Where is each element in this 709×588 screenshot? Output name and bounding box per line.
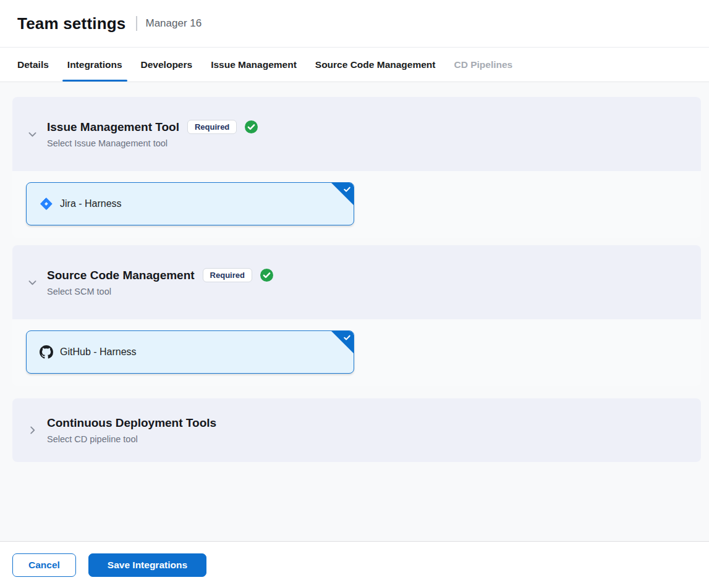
tool-card-jira-harness[interactable]: Jira - Harness (26, 182, 354, 225)
section-scm-body: GitHub - Harness (12, 319, 701, 386)
tool-card-github-harness[interactable]: GitHub - Harness (26, 330, 354, 374)
chevron-down-icon (27, 129, 38, 140)
section-title: Source Code Management (47, 269, 195, 282)
integrations-panel: Issue Management Tool Required Select Is… (0, 82, 709, 541)
section-cd-header[interactable]: Continuous Deployment Tools Select CD pi… (12, 398, 701, 462)
selected-check-icon (342, 185, 352, 194)
page-subtitle: Manager 16 (146, 17, 202, 30)
section-issue-management-header[interactable]: Issue Management Tool Required Select Is… (12, 97, 701, 171)
github-icon (40, 345, 53, 359)
tab-issue-management[interactable]: Issue Management (202, 48, 306, 82)
required-badge: Required (187, 120, 237, 134)
section-subtitle: Select Issue Management tool (47, 138, 258, 148)
chevron-right-icon (27, 425, 38, 435)
selected-corner (331, 330, 354, 354)
section-issue-management-body: Jira - Harness (12, 171, 701, 238)
check-circle-icon (260, 269, 273, 282)
check-circle-icon (245, 120, 258, 133)
tool-name: Jira - Harness (60, 198, 122, 209)
tab-details[interactable]: Details (8, 48, 58, 82)
cancel-button[interactable]: Cancel (12, 553, 76, 577)
page-header: Team settings Manager 16 (0, 0, 709, 48)
section-subtitle: Select SCM tool (47, 287, 273, 296)
tab-developers[interactable]: Developers (132, 48, 202, 82)
section-continuous-deployment-tools: Continuous Deployment Tools Select CD pi… (12, 398, 701, 462)
selected-corner (331, 182, 354, 206)
footer-actions: Cancel Save Integrations (0, 541, 709, 588)
title-separator (136, 16, 137, 31)
section-title: Continuous Deployment Tools (47, 416, 216, 430)
selected-check-icon (342, 333, 352, 342)
section-subtitle: Select CD pipeline tool (47, 434, 216, 444)
required-badge: Required (203, 268, 252, 282)
tab-source-code-management[interactable]: Source Code Management (306, 48, 445, 82)
jira-icon (40, 197, 53, 211)
section-title: Issue Management Tool (47, 120, 179, 134)
tab-bar: Details Integrations Developers Issue Ma… (0, 48, 709, 82)
section-source-code-management: Source Code Management Required Select S… (12, 245, 701, 386)
section-scm-header[interactable]: Source Code Management Required Select S… (12, 245, 701, 319)
chevron-down-icon (27, 277, 38, 288)
tab-cd-pipelines: CD Pipelines (444, 48, 522, 82)
page-title: Team settings (17, 14, 126, 33)
save-integrations-button[interactable]: Save Integrations (88, 553, 206, 577)
section-issue-management-tool: Issue Management Tool Required Select Is… (12, 97, 701, 238)
tab-integrations[interactable]: Integrations (58, 48, 132, 82)
tool-name: GitHub - Harness (60, 346, 137, 358)
